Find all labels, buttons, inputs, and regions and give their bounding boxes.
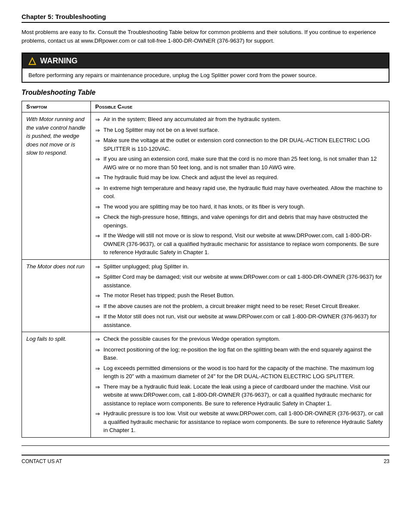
cause-text: Check the possible causes for the previo… — [103, 335, 280, 343]
cause-text: The motor Reset has tripped; push the Re… — [103, 291, 234, 300]
cause-item: ⇒Air in the system; Bleed any accumulate… — [95, 115, 385, 124]
cause-item: ⇒Log exceeds permitted dimensions or the… — [95, 364, 385, 381]
cause-text: Check the high-pressure hose, fittings, … — [103, 213, 385, 230]
cause-item: ⇒Make sure the voltage at the outlet or … — [95, 136, 385, 153]
cause-item: ⇒There may be a hydraulic fluid leak. Lo… — [95, 383, 385, 408]
warning-header: △ WARNING — [22, 53, 389, 68]
arrow-icon: ⇒ — [95, 137, 100, 145]
cause-text: Incorrect positioning of the log; re-pos… — [103, 345, 385, 362]
arrow-icon: ⇒ — [95, 273, 100, 282]
footer: CONTACT US AT 23 — [22, 454, 389, 464]
cause-item: ⇒Hydraulic pressure is too low. Visit ou… — [95, 409, 385, 435]
cause-text: Splitter unplugged; plug Splitter in. — [103, 262, 189, 271]
arrow-icon: ⇒ — [95, 115, 100, 124]
footer-page: 23 — [384, 458, 389, 464]
arrow-icon: ⇒ — [95, 184, 100, 193]
arrow-icon: ⇒ — [95, 213, 100, 222]
header-cause: Possible Cause — [91, 101, 389, 112]
cause-item: ⇒Check the possible causes for the previ… — [95, 335, 385, 344]
table-row: With Motor running and the valve control… — [22, 112, 389, 260]
cause-text: Make sure the voltage at the outlet or e… — [103, 136, 385, 153]
cause-cell-2: ⇒Check the possible causes for the previ… — [91, 332, 389, 438]
chapter-title: Chapter 5: Troubleshooting — [22, 13, 389, 23]
cause-text: Hydraulic pressure is too low. Visit our… — [103, 409, 385, 435]
cause-text: Log exceeds permitted dimensions or the … — [103, 364, 385, 381]
troubleshooting-table: Symptom Possible Cause With Motor runnin… — [22, 101, 389, 438]
arrow-icon: ⇒ — [95, 292, 100, 300]
cause-item: ⇒The hydraulic fluid may be low. Check a… — [95, 173, 385, 182]
arrow-icon: ⇒ — [95, 174, 100, 182]
cause-text: The Log Splitter may not be on a level s… — [103, 126, 219, 134]
cause-text: There may be a hydraulic fluid leak. Loc… — [103, 383, 385, 408]
header-symptom: Symptom — [22, 101, 91, 112]
cause-text: If the above causes are not the problem,… — [103, 302, 360, 311]
cause-item: ⇒In extreme high temperature and heavy r… — [95, 184, 385, 201]
intro-text: Most problems are easy to fix. Consult t… — [22, 28, 389, 45]
symptom-cell-0: With Motor running and the valve control… — [22, 112, 91, 260]
cause-item: ⇒If the above causes are not the problem… — [95, 302, 385, 311]
arrow-icon: ⇒ — [95, 364, 100, 373]
footer-contact: CONTACT US AT — [22, 458, 62, 464]
cause-item: ⇒If the Motor still does not run, visit … — [95, 312, 385, 329]
cause-item: ⇒The wood you are splitting may be too h… — [95, 202, 385, 212]
warning-box: △ WARNING Before performing any repairs … — [22, 53, 389, 83]
table-row: Log fails to split.⇒Check the possible c… — [22, 332, 389, 438]
cause-item: ⇒Check the high-pressure hose, fittings,… — [95, 213, 385, 230]
arrow-icon: ⇒ — [95, 155, 100, 164]
cause-item: ⇒The Log Splitter may not be on a level … — [95, 126, 385, 135]
arrow-icon: ⇒ — [95, 232, 100, 240]
cause-item: ⇒Splitter unplugged; plug Splitter in. — [95, 262, 385, 271]
warning-label: WARNING — [40, 56, 78, 65]
cause-text: Air in the system; Bleed any accumulated… — [103, 115, 281, 124]
arrow-icon: ⇒ — [95, 383, 100, 392]
symptom-cell-1: The Motor does not run — [22, 259, 91, 332]
cause-text: The wood you are splitting may be too ha… — [103, 202, 305, 211]
cause-text: The hydraulic fluid may be low. Check an… — [103, 173, 278, 182]
arrow-icon: ⇒ — [95, 126, 100, 135]
arrow-icon: ⇒ — [95, 335, 100, 344]
symptom-cell-2: Log fails to split. — [22, 332, 91, 438]
warning-body: Before performing any repairs or mainten… — [22, 68, 389, 82]
table-row: The Motor does not run⇒Splitter unplugge… — [22, 259, 389, 332]
arrow-icon: ⇒ — [95, 302, 100, 311]
arrow-icon: ⇒ — [95, 346, 100, 355]
cause-text: If the Motor still does not run, visit o… — [103, 312, 385, 329]
arrow-icon: ⇒ — [95, 203, 100, 212]
cause-cell-1: ⇒Splitter unplugged; plug Splitter in.⇒S… — [91, 259, 389, 332]
arrow-icon: ⇒ — [95, 313, 100, 321]
cause-text: In extreme high temperature and heavy ra… — [103, 184, 385, 201]
table-section-title: Troubleshooting Table — [22, 89, 389, 96]
arrow-icon: ⇒ — [95, 410, 100, 418]
warning-triangle-icon: △ — [28, 56, 36, 65]
cause-item: ⇒If the Wedge will still not move or is … — [95, 231, 385, 257]
cause-item: ⇒The motor Reset has tripped; push the R… — [95, 291, 385, 300]
arrow-icon: ⇒ — [95, 263, 100, 271]
cause-text: Splitter Cord may be damaged; visit our … — [103, 273, 385, 289]
cause-text: If the Wedge will still not move or is s… — [103, 231, 385, 257]
cause-cell-0: ⇒Air in the system; Bleed any accumulate… — [91, 112, 389, 260]
cause-item: ⇒Splitter Cord may be damaged; visit our… — [95, 273, 385, 289]
cause-item: ⇒If you are using an extension cord, mak… — [95, 155, 385, 171]
cause-text: If you are using an extension cord, make… — [103, 155, 385, 171]
cause-item: ⇒Incorrect positioning of the log; re-po… — [95, 345, 385, 362]
